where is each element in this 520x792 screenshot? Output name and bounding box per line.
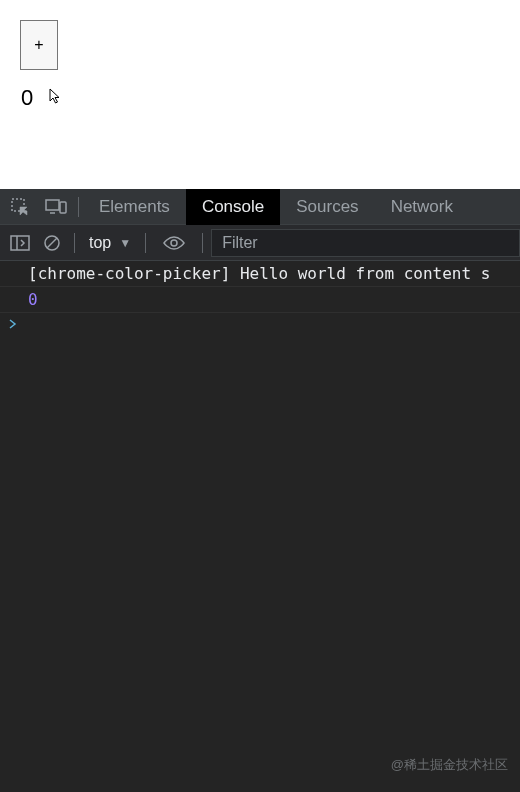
separator [145, 233, 146, 253]
chevron-down-icon: ▼ [119, 236, 131, 250]
increment-button[interactable]: + [20, 20, 58, 70]
context-selector[interactable]: top ▼ [83, 234, 137, 252]
prompt-icon [8, 319, 18, 329]
live-expression-icon[interactable] [160, 229, 188, 257]
device-toolbar-icon[interactable] [38, 189, 74, 225]
watermark: @稀土掘金技术社区 [391, 756, 508, 774]
svg-rect-1 [46, 200, 59, 210]
tab-sources[interactable]: Sources [280, 189, 374, 225]
svg-line-7 [47, 238, 57, 248]
filter-input[interactable] [211, 229, 520, 257]
console-prompt[interactable] [0, 313, 520, 335]
counter-display: 0 [21, 85, 500, 111]
svg-rect-4 [11, 236, 29, 250]
webpage-area: + 0 [0, 0, 520, 189]
separator [202, 233, 203, 253]
sidebar-toggle-icon[interactable] [6, 229, 34, 257]
tab-elements[interactable]: Elements [83, 189, 186, 225]
inspect-icon[interactable] [2, 189, 38, 225]
clear-console-icon[interactable] [38, 229, 66, 257]
tab-network[interactable]: Network [375, 189, 469, 225]
separator [78, 197, 79, 217]
tab-console[interactable]: Console [186, 189, 280, 225]
svg-rect-3 [60, 202, 66, 213]
devtools-tab-bar: Elements Console Sources Network [0, 189, 520, 225]
svg-point-8 [171, 240, 177, 246]
devtools-panel: Elements Console Sources Network top ▼ [0, 189, 520, 792]
console-log-line: [chrome-color-picker] Hello world from c… [0, 261, 520, 287]
console-toolbar: top ▼ [0, 225, 520, 261]
console-log-line: 0 [0, 287, 520, 313]
context-label: top [89, 234, 111, 252]
separator [74, 233, 75, 253]
console-output: [chrome-color-picker] Hello world from c… [0, 261, 520, 792]
